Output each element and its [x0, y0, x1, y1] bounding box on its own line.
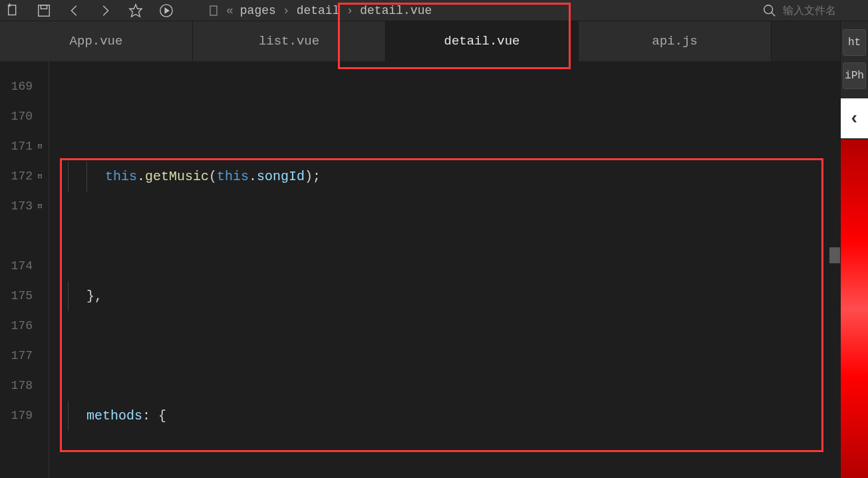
add-file-icon[interactable]: [5, 3, 21, 19]
fold-icon[interactable]: ⊟: [35, 191, 45, 221]
side-btn-ht[interactable]: ht: [843, 29, 866, 56]
code-line[interactable]: this.getMusic(this.songId);: [49, 162, 868, 191]
tab-list-vue[interactable]: list.vue: [193, 21, 386, 61]
svg-point-9: [764, 5, 773, 13]
breadcrumb-segment[interactable]: detail: [297, 4, 340, 17]
code-line[interactable]: methods: {: [49, 401, 868, 431]
breadcrumb-segment[interactable]: detail.vue: [360, 4, 432, 17]
svg-marker-5: [130, 4, 142, 16]
search-icon[interactable]: [762, 3, 778, 19]
code-content[interactable]: this.getMusic(this.songId); }, methods: …: [49, 61, 868, 478]
tab-app-vue[interactable]: App.vue: [0, 21, 193, 61]
breadcrumb-segment[interactable]: pages: [240, 4, 276, 17]
side-btn-iph[interactable]: iPh: [843, 62, 866, 89]
preview-area: [841, 140, 868, 478]
search-input[interactable]: [783, 5, 863, 17]
svg-line-10: [772, 12, 776, 16]
save-icon[interactable]: [36, 3, 52, 19]
fold-icon[interactable]: ⊟: [35, 162, 45, 191]
svg-rect-3: [39, 5, 50, 16]
file-icon: [209, 5, 219, 16]
fold-icon[interactable]: ⊟: [35, 132, 45, 162]
file-search: [762, 3, 863, 19]
svg-marker-7: [165, 8, 169, 13]
tab-detail-vue[interactable]: detail.vue: [386, 21, 579, 61]
chevron-left-icon: «: [226, 4, 233, 17]
code-line[interactable]: },: [49, 281, 868, 311]
toolbar: « pages › detail › detail.vue: [0, 0, 868, 21]
editor-tabs: App.vue list.vue detail.vue api.js We: [0, 21, 868, 61]
play-icon[interactable]: [158, 3, 174, 19]
side-panel: We ht iPh ‹: [840, 21, 868, 478]
breadcrumb: « pages › detail › detail.vue: [209, 4, 432, 17]
tab-api-js[interactable]: api.js: [579, 21, 772, 61]
chevron-right-icon: ›: [346, 4, 353, 17]
scrollbar-thumb[interactable]: [829, 247, 840, 263]
svg-rect-4: [41, 5, 47, 9]
chevron-right-icon: ›: [283, 4, 290, 17]
back-icon[interactable]: [67, 3, 82, 19]
star-icon[interactable]: [128, 3, 144, 19]
code-editor[interactable]: 169 170 171⊟ 172⊟ 173⊟ 174 175 176 177 1…: [0, 61, 868, 478]
preview-back-icon[interactable]: ‹: [841, 98, 868, 138]
forward-icon[interactable]: [97, 3, 113, 19]
svg-rect-8: [210, 6, 217, 15]
line-gutter: 169 170 171⊟ 172⊟ 173⊟ 174 175 176 177 1…: [0, 61, 49, 478]
